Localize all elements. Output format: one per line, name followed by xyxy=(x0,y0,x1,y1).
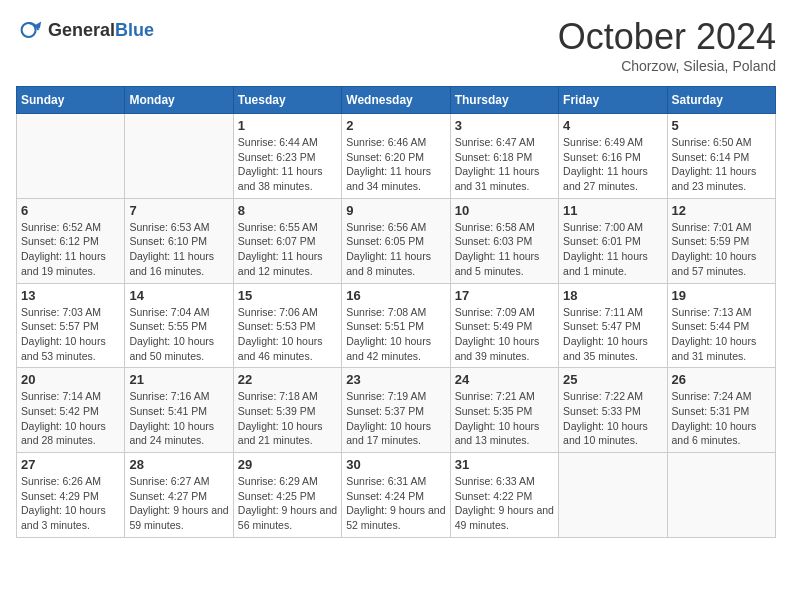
day-number: 22 xyxy=(238,372,337,387)
calendar-cell: 3Sunrise: 6:47 AMSunset: 6:18 PMDaylight… xyxy=(450,114,558,199)
calendar-cell xyxy=(17,114,125,199)
sunrise-text: Sunrise: 6:56 AM xyxy=(346,220,445,235)
calendar-cell: 27Sunrise: 6:26 AMSunset: 4:29 PMDayligh… xyxy=(17,453,125,538)
sunset-text: Sunset: 4:22 PM xyxy=(455,489,554,504)
sunrise-text: Sunrise: 7:04 AM xyxy=(129,305,228,320)
calendar-cell: 8Sunrise: 6:55 AMSunset: 6:07 PMDaylight… xyxy=(233,198,341,283)
daylight-text: Daylight: 10 hours and 6 minutes. xyxy=(672,419,771,448)
calendar-cell: 14Sunrise: 7:04 AMSunset: 5:55 PMDayligh… xyxy=(125,283,233,368)
daylight-text: Daylight: 10 hours and 21 minutes. xyxy=(238,419,337,448)
calendar-cell: 25Sunrise: 7:22 AMSunset: 5:33 PMDayligh… xyxy=(559,368,667,453)
sunrise-text: Sunrise: 7:21 AM xyxy=(455,389,554,404)
cell-content: Sunrise: 7:08 AMSunset: 5:51 PMDaylight:… xyxy=(346,305,445,364)
sunset-text: Sunset: 6:23 PM xyxy=(238,150,337,165)
cell-content: Sunrise: 7:14 AMSunset: 5:42 PMDaylight:… xyxy=(21,389,120,448)
calendar-cell: 17Sunrise: 7:09 AMSunset: 5:49 PMDayligh… xyxy=(450,283,558,368)
sunset-text: Sunset: 5:57 PM xyxy=(21,319,120,334)
cell-content: Sunrise: 6:33 AMSunset: 4:22 PMDaylight:… xyxy=(455,474,554,533)
day-number: 29 xyxy=(238,457,337,472)
daylight-text: Daylight: 10 hours and 24 minutes. xyxy=(129,419,228,448)
calendar-week-row: 13Sunrise: 7:03 AMSunset: 5:57 PMDayligh… xyxy=(17,283,776,368)
cell-content: Sunrise: 7:24 AMSunset: 5:31 PMDaylight:… xyxy=(672,389,771,448)
cell-content: Sunrise: 6:49 AMSunset: 6:16 PMDaylight:… xyxy=(563,135,662,194)
weekday-header: Tuesday xyxy=(233,87,341,114)
cell-content: Sunrise: 7:11 AMSunset: 5:47 PMDaylight:… xyxy=(563,305,662,364)
calendar-cell xyxy=(559,453,667,538)
daylight-text: Daylight: 11 hours and 38 minutes. xyxy=(238,164,337,193)
day-number: 1 xyxy=(238,118,337,133)
sunrise-text: Sunrise: 7:19 AM xyxy=(346,389,445,404)
sunset-text: Sunset: 5:44 PM xyxy=(672,319,771,334)
sunset-text: Sunset: 5:51 PM xyxy=(346,319,445,334)
sunrise-text: Sunrise: 6:50 AM xyxy=(672,135,771,150)
sunrise-text: Sunrise: 7:11 AM xyxy=(563,305,662,320)
sunrise-text: Sunrise: 6:58 AM xyxy=(455,220,554,235)
cell-content: Sunrise: 7:21 AMSunset: 5:35 PMDaylight:… xyxy=(455,389,554,448)
sunset-text: Sunset: 5:33 PM xyxy=(563,404,662,419)
day-number: 16 xyxy=(346,288,445,303)
calendar-cell: 4Sunrise: 6:49 AMSunset: 6:16 PMDaylight… xyxy=(559,114,667,199)
sunset-text: Sunset: 5:49 PM xyxy=(455,319,554,334)
weekday-header: Wednesday xyxy=(342,87,450,114)
day-number: 11 xyxy=(563,203,662,218)
day-number: 31 xyxy=(455,457,554,472)
cell-content: Sunrise: 6:29 AMSunset: 4:25 PMDaylight:… xyxy=(238,474,337,533)
day-number: 28 xyxy=(129,457,228,472)
cell-content: Sunrise: 6:50 AMSunset: 6:14 PMDaylight:… xyxy=(672,135,771,194)
logo-general: General xyxy=(48,20,115,40)
sunset-text: Sunset: 5:35 PM xyxy=(455,404,554,419)
daylight-text: Daylight: 11 hours and 27 minutes. xyxy=(563,164,662,193)
logo-icon xyxy=(16,16,44,44)
sunset-text: Sunset: 4:24 PM xyxy=(346,489,445,504)
cell-content: Sunrise: 7:13 AMSunset: 5:44 PMDaylight:… xyxy=(672,305,771,364)
calendar-cell xyxy=(667,453,775,538)
daylight-text: Daylight: 10 hours and 31 minutes. xyxy=(672,334,771,363)
sunrise-text: Sunrise: 6:29 AM xyxy=(238,474,337,489)
sunset-text: Sunset: 5:55 PM xyxy=(129,319,228,334)
sunrise-text: Sunrise: 7:13 AM xyxy=(672,305,771,320)
sunrise-text: Sunrise: 6:55 AM xyxy=(238,220,337,235)
sunrise-text: Sunrise: 7:16 AM xyxy=(129,389,228,404)
calendar-cell: 16Sunrise: 7:08 AMSunset: 5:51 PMDayligh… xyxy=(342,283,450,368)
daylight-text: Daylight: 10 hours and 42 minutes. xyxy=(346,334,445,363)
daylight-text: Daylight: 10 hours and 13 minutes. xyxy=(455,419,554,448)
sunset-text: Sunset: 5:59 PM xyxy=(672,234,771,249)
cell-content: Sunrise: 7:01 AMSunset: 5:59 PMDaylight:… xyxy=(672,220,771,279)
daylight-text: Daylight: 10 hours and 46 minutes. xyxy=(238,334,337,363)
calendar-cell: 20Sunrise: 7:14 AMSunset: 5:42 PMDayligh… xyxy=(17,368,125,453)
sunset-text: Sunset: 5:41 PM xyxy=(129,404,228,419)
calendar-cell: 11Sunrise: 7:00 AMSunset: 6:01 PMDayligh… xyxy=(559,198,667,283)
daylight-text: Daylight: 9 hours and 56 minutes. xyxy=(238,503,337,532)
weekday-header: Saturday xyxy=(667,87,775,114)
weekday-header: Monday xyxy=(125,87,233,114)
sunset-text: Sunset: 6:07 PM xyxy=(238,234,337,249)
cell-content: Sunrise: 7:09 AMSunset: 5:49 PMDaylight:… xyxy=(455,305,554,364)
calendar-week-row: 1Sunrise: 6:44 AMSunset: 6:23 PMDaylight… xyxy=(17,114,776,199)
sunrise-text: Sunrise: 6:26 AM xyxy=(21,474,120,489)
calendar-cell: 30Sunrise: 6:31 AMSunset: 4:24 PMDayligh… xyxy=(342,453,450,538)
cell-content: Sunrise: 6:26 AMSunset: 4:29 PMDaylight:… xyxy=(21,474,120,533)
daylight-text: Daylight: 10 hours and 35 minutes. xyxy=(563,334,662,363)
sunset-text: Sunset: 4:27 PM xyxy=(129,489,228,504)
daylight-text: Daylight: 11 hours and 31 minutes. xyxy=(455,164,554,193)
sunset-text: Sunset: 6:18 PM xyxy=(455,150,554,165)
sunset-text: Sunset: 6:20 PM xyxy=(346,150,445,165)
cell-content: Sunrise: 7:06 AMSunset: 5:53 PMDaylight:… xyxy=(238,305,337,364)
daylight-text: Daylight: 10 hours and 3 minutes. xyxy=(21,503,120,532)
daylight-text: Daylight: 11 hours and 8 minutes. xyxy=(346,249,445,278)
day-number: 13 xyxy=(21,288,120,303)
daylight-text: Daylight: 11 hours and 16 minutes. xyxy=(129,249,228,278)
daylight-text: Daylight: 11 hours and 23 minutes. xyxy=(672,164,771,193)
daylight-text: Daylight: 10 hours and 53 minutes. xyxy=(21,334,120,363)
sunset-text: Sunset: 6:03 PM xyxy=(455,234,554,249)
sunset-text: Sunset: 5:31 PM xyxy=(672,404,771,419)
cell-content: Sunrise: 7:22 AMSunset: 5:33 PMDaylight:… xyxy=(563,389,662,448)
cell-content: Sunrise: 6:44 AMSunset: 6:23 PMDaylight:… xyxy=(238,135,337,194)
sunset-text: Sunset: 6:14 PM xyxy=(672,150,771,165)
calendar-week-row: 6Sunrise: 6:52 AMSunset: 6:12 PMDaylight… xyxy=(17,198,776,283)
daylight-text: Daylight: 10 hours and 57 minutes. xyxy=(672,249,771,278)
cell-content: Sunrise: 7:04 AMSunset: 5:55 PMDaylight:… xyxy=(129,305,228,364)
cell-content: Sunrise: 6:27 AMSunset: 4:27 PMDaylight:… xyxy=(129,474,228,533)
cell-content: Sunrise: 6:46 AMSunset: 6:20 PMDaylight:… xyxy=(346,135,445,194)
weekday-header-row: SundayMondayTuesdayWednesdayThursdayFrid… xyxy=(17,87,776,114)
